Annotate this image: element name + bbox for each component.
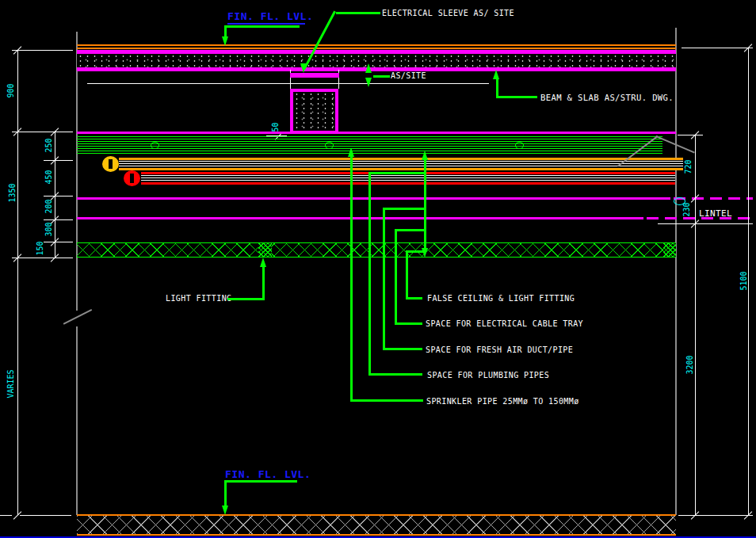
leader-sprinkler-h [350, 399, 423, 402]
wall-line-left-lower [76, 326, 78, 515]
ext-line [12, 132, 73, 132]
arrow-up-as-site [365, 63, 372, 73]
dim-150: 150 [36, 233, 44, 265]
leader-freshair-top-h [383, 208, 426, 210]
dim-varies: VARIES [6, 368, 15, 400]
dim-line-right-inner [695, 135, 696, 515]
leader-sprinkler-v [350, 155, 353, 402]
arrow-up-beam [493, 70, 499, 79]
leader-plumbing-top-h [368, 172, 426, 174]
cable-tray-label: SPACE FOR ELECTRICAL CABLE TRAY [426, 319, 583, 330]
false-ceiling-label: FALSE CEILING & LIGHT FITTING [427, 294, 575, 304]
leader-freshair-h [383, 348, 422, 350]
leader-as-site-h [373, 75, 390, 78]
electrical-sleeve-box [290, 89, 338, 134]
tray-circle-1 [151, 142, 159, 149]
ext-line [658, 223, 753, 224]
light-fitting-symbol-1 [258, 243, 272, 257]
plumbing-label: SPACE FOR PLUMBING PIPES [427, 371, 549, 381]
screed-line-top-2 [77, 48, 676, 49]
fresh-air-duct [119, 158, 683, 170]
dim-line-right-outer [748, 48, 749, 515]
ext-line [0, 515, 12, 516]
leader-falseceiling-h [406, 297, 422, 300]
ext-line [678, 515, 753, 516]
cable-tray-lines [77, 136, 662, 155]
leader-beam-v [496, 77, 498, 98]
light-fitting-label: LIGHT FITTING [166, 294, 231, 304]
dim-900: 900 [6, 75, 15, 107]
false-ceiling-hatch [77, 242, 676, 258]
arrow-down-sleeve [300, 63, 307, 73]
lintel-line-upper [77, 197, 670, 200]
wall-line-right [675, 28, 677, 515]
lintel-line-lower [77, 217, 643, 219]
arrow-down-top-level [222, 36, 228, 46]
fitting-slot [130, 174, 134, 183]
leader-light-v [262, 265, 265, 300]
as-site-label: AS/SITE [391, 71, 426, 82]
tray-circle-2 [325, 142, 334, 149]
ext-line [20, 515, 71, 516]
arrow-down-bottom-level [222, 506, 228, 515]
service-zone-arrow-bottom [422, 248, 428, 258]
dim-3200: 3200 [685, 349, 694, 381]
dim-450: 450 [44, 162, 53, 193]
sprinkler-label: SPRINKLER PIPE 25MMø TO 150MMø [426, 397, 579, 407]
leader-falseceiling-v [406, 250, 408, 300]
wall-line-left-upper [76, 32, 78, 311]
slab-soffit-line [77, 67, 676, 71]
ext-line [12, 50, 73, 51]
fin-fl-lvl-bottom-label: FIN. FL. LVL. [225, 468, 311, 480]
ceiling-void-top-line [77, 132, 676, 134]
arrow-down-as-site [365, 78, 372, 87]
ext-line [682, 48, 753, 48]
service-zone-arrow-line [424, 157, 426, 250]
leader-cabletray-top-h [395, 229, 426, 231]
leader-beam-h [496, 96, 537, 98]
light-fitting-symbol-2 [663, 243, 676, 257]
slab-concrete-hatch [77, 54, 676, 67]
leader-top-level-v [224, 25, 227, 37]
ext-line [678, 135, 703, 135]
leader-bottom-level-v [224, 480, 227, 506]
screed-line-top-1 [77, 44, 676, 46]
fin-fl-lvl-top-underline [227, 23, 305, 25]
leader-cabletray-v [395, 229, 397, 325]
dim-230: 230 [682, 194, 691, 226]
leader-cabletray-h [395, 322, 422, 325]
dim-5100: 5100 [739, 265, 748, 297]
fitting-slot [109, 159, 113, 169]
wall-break-line [63, 309, 92, 324]
leader-freshair-v [383, 208, 385, 350]
leader-plumbing-v [368, 172, 371, 375]
floor-screed-hatch [77, 514, 676, 536]
sleeve-top-bar [290, 73, 339, 78]
beam-slab-label: BEAM & SLAB AS/STRU. DWG. [540, 93, 674, 103]
dim-250: 250 [44, 130, 53, 162]
leader-bottom-level-h [224, 480, 297, 483]
dim-1350: 1350 [8, 177, 17, 209]
electrical-sleeve-label: ELECTRICAL SLEEVE AS/ SITE [382, 9, 514, 19]
service-zone-arrow-top [422, 151, 428, 160]
arrow-up-sprinkler [348, 147, 354, 157]
fin-fl-lvl-top-label: FIN. FL. LVL. [227, 10, 313, 22]
duct-end-fitting [102, 156, 119, 172]
leader-falseceiling-top-h [406, 250, 426, 253]
leader-top-level-h [224, 25, 300, 28]
leader-plumbing-h [368, 373, 422, 376]
fresh-air-label: SPACE FOR FRESH AIR DUCT/PIPE [426, 345, 573, 356]
dim-720: 720 [684, 151, 693, 183]
dim-line-left-outer [17, 50, 18, 515]
lintel-label: LINTEL [699, 208, 732, 219]
tray-circle-3 [515, 142, 524, 149]
beam-soffit-line [87, 83, 489, 84]
leader-sleeve-h [336, 12, 380, 14]
arrow-up-light [260, 258, 266, 267]
dim-300: 300 [44, 214, 53, 246]
cad-drawing: 50 FIN. FL. LVL. FIN. FL. LVL. ELECTRICA… [0, 0, 756, 538]
pipe-end-fitting [124, 170, 140, 186]
leader-light-h [227, 298, 264, 300]
